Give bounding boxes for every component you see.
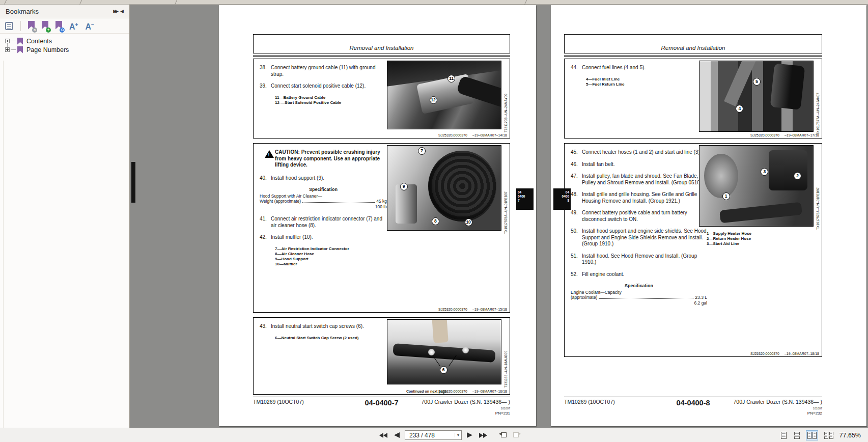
- page-dropdown-caret-icon[interactable]: ▾: [455, 433, 461, 437]
- caption-code: SJ25320,0000370: [750, 133, 779, 137]
- photo-detail: [396, 184, 417, 223]
- panel-expand-icon[interactable]: ▶▶: [111, 8, 119, 15]
- increase-text-size-button[interactable]: A+: [69, 20, 78, 31]
- last-page-button[interactable]: [478, 432, 489, 439]
- callout-1: 1: [722, 192, 730, 200]
- previous-view-button[interactable]: [497, 430, 508, 440]
- font-increase-icon: A+: [69, 22, 78, 31]
- next-view-button[interactable]: [512, 430, 522, 440]
- add-bookmark-button[interactable]: +: [42, 21, 48, 31]
- footer-rule: [564, 397, 822, 397]
- photo-detail: [770, 63, 805, 109]
- magnifier-badge-icon: [60, 27, 65, 33]
- bookmark-item-label: Contents: [26, 38, 52, 45]
- running-header-text: Removal and Installation: [661, 45, 725, 51]
- manual-number: TM10269 (10OCT07): [253, 399, 304, 405]
- callout-legend-line: 7—Air Restriction Indicator Connector: [275, 246, 387, 252]
- toolbar-separator: [20, 21, 21, 31]
- caption-code: SJ25320,0000370: [438, 308, 467, 311]
- procedure-step: 46.Install fan belt.: [571, 161, 707, 168]
- manual-number: TM10269 (10OCT07): [564, 399, 615, 405]
- specification-label: Weight (approximate): [260, 199, 301, 204]
- bookmark-icon: [17, 38, 23, 45]
- figure-photo-air-cleaner: 7 9 8 10: [387, 145, 501, 231]
- photo-detail: [769, 150, 807, 190]
- model-name: 700J Crawler Dozer (S.N. 139436— ): [422, 399, 511, 405]
- decrease-text-size-button[interactable]: A−: [85, 20, 94, 31]
- panel-collapse-icon[interactable]: ◀: [119, 8, 125, 15]
- continuous-view-button[interactable]: [793, 430, 801, 440]
- specification-title: Specification: [571, 283, 707, 289]
- photo-detail: [704, 154, 738, 198]
- model-name: 700J Crawler Dozer (S.N. 139436— ): [734, 399, 823, 405]
- running-header-text: Removal and Installation: [350, 45, 414, 51]
- callout-legend-line: 10—Muffler: [275, 262, 387, 267]
- specification-block: Specification Engine Coolant—Capacity (a…: [571, 283, 707, 306]
- page-edge-tab: [131, 162, 135, 203]
- procedure-step: 41.Connect air restriction indicator con…: [260, 216, 387, 229]
- callout-legend-line: 11—Battery Ground Cable: [275, 95, 387, 100]
- procedure-step: 44.Connect fuel lines (4 and 5).: [571, 65, 698, 71]
- next-page-button[interactable]: [465, 431, 474, 439]
- page-indicator-value: 233 / 478: [409, 432, 435, 439]
- page-footer-meta: 101007 PN=232: [564, 407, 822, 416]
- callout-legend-line: 8—Air Cleaner Hose: [275, 252, 387, 257]
- callout-legend-line: 9—Hood Support: [275, 257, 387, 262]
- manual-section-45-52: 45.Connect heater hoses (1 and 2) and st…: [564, 143, 822, 357]
- expand-toggle-icon[interactable]: [5, 47, 10, 52]
- photo-detail: [428, 349, 435, 355]
- callout-3: 3: [761, 168, 768, 176]
- tab-edge: [174, 0, 177, 6]
- figure-photo-battery-cables: 11 12: [387, 61, 501, 129]
- section-caption: SJ25320,0000370 –19–08MAR07–17/18: [750, 133, 819, 137]
- facing-pages-view-button[interactable]: [806, 430, 818, 440]
- procedure-step: 43.Install neutral start switch cap scre…: [260, 323, 387, 330]
- bookmarks-panel: Bookmarks ▶▶ ◀ × + A+: [0, 5, 130, 428]
- view-controls: 77.65%: [779, 428, 861, 442]
- caption-revision: –19–08MAR07–14/18: [472, 133, 507, 137]
- photo-detail: [724, 61, 756, 106]
- section-caption: SJ25320,0000370 –19–08MAR07–15/18: [438, 308, 507, 311]
- procedure-step: 42.Install muffler (10).: [260, 234, 387, 241]
- window-tab-strip: [0, 0, 868, 5]
- callout-10: 10: [465, 218, 472, 226]
- bookmark-item-page-numbers[interactable]: Page Numbers: [5, 45, 129, 54]
- delete-bookmark-button[interactable]: ×: [28, 21, 35, 31]
- figure-id: T131168 –UN–18AUG00: [504, 351, 508, 388]
- procedure-step: 48.Install grille and grille housing. Se…: [571, 191, 707, 204]
- page-number-input[interactable]: 233 / 478 ▾: [405, 430, 462, 440]
- caption-revision: –19–08MAR07–16/18: [472, 390, 507, 393]
- zoom-level[interactable]: 77.65%: [839, 432, 861, 439]
- page-code: 04-0400-8: [676, 399, 710, 407]
- first-page-button[interactable]: [378, 432, 389, 439]
- locate-bookmark-button[interactable]: [55, 21, 62, 31]
- photo-detail: [462, 347, 469, 353]
- bookmark-item-contents[interactable]: Contents: [5, 37, 129, 45]
- figure-id: TX1017578A –UN–01FEB07: [504, 191, 508, 234]
- photo-detail: [428, 151, 496, 222]
- callout-legend-line: 3—Start Aid Line: [707, 241, 806, 246]
- warning-triangle-icon: [265, 150, 274, 158]
- single-page-view-button[interactable]: [779, 430, 788, 440]
- bookmarks-panel-header: Bookmarks ▶▶ ◀: [0, 5, 129, 18]
- page-footer-meta: 101007 PN=231: [253, 407, 510, 416]
- photo-detail: [432, 319, 449, 343]
- pdf-page-left: Removal and Installation 38.Connect batt…: [219, 5, 536, 426]
- caution-block: CAUTION: Prevent possible crushing injur…: [260, 149, 387, 169]
- pn-number: PN=232: [564, 411, 822, 416]
- pdf-viewer-window: Bookmarks ▶▶ ◀ × + A+: [0, 0, 868, 442]
- continuous-facing-view-button[interactable]: [823, 430, 835, 440]
- callout-legend-line: 2—Return Heater Hose: [707, 236, 806, 241]
- figure-id: TX1017578A –UN–01FEB07: [816, 187, 820, 230]
- specification-title: Specification: [260, 187, 387, 192]
- status-bar: 233 / 478 ▾ 77.65%: [0, 428, 868, 442]
- bookmark-options-button[interactable]: [5, 22, 13, 30]
- procedure-step: 40.Install hood support (9).: [260, 175, 387, 182]
- section-caption: SJ25320,0000370 –19–08MAR07–16/18: [438, 390, 507, 393]
- previous-page-button[interactable]: [393, 431, 401, 439]
- specification-item: Hood Support with Air Cleaner—: [260, 194, 387, 199]
- caption-revision: –19–08MAR07–17/18: [785, 133, 819, 137]
- footer-rule: [253, 397, 510, 397]
- manual-section-40-42: CAUTION: Prevent possible crushing injur…: [253, 143, 510, 313]
- manual-section-44: 44.Connect fuel lines (4 and 5). 4—Fuel …: [564, 59, 822, 139]
